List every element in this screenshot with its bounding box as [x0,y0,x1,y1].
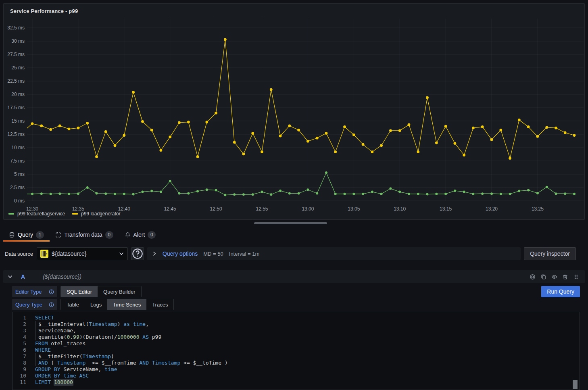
code-line: 11LIMIT 100000 [13,379,580,386]
eye-icon[interactable] [551,274,557,280]
chevron-down-icon[interactable] [7,274,13,279]
code-line: 1SELECT [13,315,580,321]
svg-text:5 ms: 5 ms [14,171,25,177]
tab-badge: 1 [36,231,44,239]
code-line: 10ORDER BY time ASC [13,373,580,379]
info-circle-icon[interactable] [49,302,54,307]
svg-text:10 ms: 10 ms [11,145,25,150]
query-options-toggle[interactable]: Query options MD = 50 Interval = 1m [147,247,521,260]
svg-text:7.5 ms: 7.5 ms [10,158,25,164]
query-type-option-traces[interactable]: Traces [146,299,173,310]
svg-text:25 ms: 25 ms [11,65,25,71]
editor-type-group: SQL EditorQuery Builder [60,286,142,297]
query-options-label: Query options [163,250,198,257]
max-data-points-value: MD = 50 [203,251,223,257]
legend-label: p99 featureflagservice [17,211,65,217]
copy-icon[interactable] [540,274,546,280]
trash-icon[interactable] [562,274,568,280]
code-line: 5FROM otel_traces [13,340,580,347]
code-line: 6WHERE [13,347,580,353]
legend-label: p99 loadgenerator [81,211,120,217]
query-type-option-logs[interactable]: Logs [85,299,107,310]
query-editor-body: Editor Type SQL EditorQuery Builder Run … [3,283,585,390]
datasource-picker[interactable]: ${datasource} [37,247,128,260]
editor-type-row: Editor Type SQL EditorQuery Builder Run … [12,286,580,297]
line-number: 8 [13,360,26,366]
chart-legend: p99 featureflagservicep99 loadgenerator [8,211,121,217]
svg-text:12:50: 12:50 [210,206,222,212]
database-icon [9,232,15,238]
chevron-down-icon [119,251,124,257]
datasource-label: Data source [5,251,33,257]
datasource-row: Data source ${datasource} Query options … [5,247,576,260]
svg-text:12:45: 12:45 [164,206,176,212]
editor-type-option-query-builder[interactable]: Query Builder [98,286,141,297]
editor-type-option-sql-editor[interactable]: SQL Editor [61,286,98,297]
sql-code-editor[interactable]: 1SELECT2$__timeInterval(Timestamp) as ti… [12,312,580,390]
horizontal-scrollbar-thumb[interactable] [254,222,327,224]
clickhouse-logo-icon [40,250,48,258]
svg-text:20 ms: 20 ms [11,92,25,97]
tab-badge: 0 [148,231,156,239]
svg-text:13:15: 13:15 [440,206,452,212]
bell-icon [125,232,131,238]
run-query-button[interactable]: Run Query [541,286,580,297]
query-type-row: Query Type TableLogsTime SeriesTraces [12,299,580,310]
info-circle-icon[interactable] [49,289,54,294]
record-circle-icon[interactable] [530,274,536,280]
question-circle-icon[interactable] [131,247,144,260]
code-line: 8AND ( Timestamp >= $__fromTime AND Time… [13,360,580,366]
legend-swatch [8,213,14,215]
svg-text:0 ms: 0 ms [14,198,25,204]
transform-icon [55,232,61,238]
code-line: 4quantile(0.99)(Duration)/1000000 AS p99 [13,334,580,340]
line-number: 4 [13,334,26,340]
svg-text:12:55: 12:55 [256,206,268,212]
legend-swatch [72,213,78,215]
tab-label: Query [18,231,33,238]
editor-scrollbar-thumb[interactable] [573,380,578,389]
query-type-label: Query Type [12,299,57,310]
query-type-option-time-series[interactable]: Time Series [107,299,146,310]
svg-text:27.5 ms: 27.5 ms [7,52,25,57]
line-number: 9 [13,366,26,373]
query-type-group: TableLogsTime SeriesTraces [60,299,174,310]
tab-label: Alert [133,231,145,238]
line-number: 6 [13,347,26,353]
line-number: 5 [13,340,26,347]
svg-text:22.5 ms: 22.5 ms [7,78,25,84]
code-line: 3ServiceName, [13,327,580,334]
datasource-value: ${datasource} [52,250,115,257]
chart-canvas[interactable]: 0 ms2.5 ms5 ms7.5 ms10 ms12.5 ms15 ms17.… [4,4,584,213]
query-row-header[interactable]: A (${datasource}) [3,270,585,283]
tab-alert[interactable]: Alert0 [119,228,162,242]
code-line: 9GROUP BY ServiceName, time [13,366,580,373]
code-line: 7$__timeFilter(Timestamp) [13,353,580,360]
query-datasource-hint: (${datasource}) [43,273,81,280]
query-type-option-table[interactable]: Table [61,299,85,310]
svg-text:12.5 ms: 12.5 ms [7,131,25,137]
line-number: 2 [13,321,26,327]
editor-type-label: Editor Type [12,286,57,297]
panel-title: Service Performance - p99 [10,8,78,14]
query-inspector-button[interactable]: Query inspector [524,247,576,260]
timeseries-panel: 0 ms2.5 ms5 ms7.5 ms10 ms12.5 ms15 ms17.… [3,3,585,220]
line-number: 3 [13,327,26,334]
legend-item[interactable]: p99 loadgenerator [72,211,120,217]
svg-text:13:25: 13:25 [532,206,544,212]
svg-text:13:05: 13:05 [348,206,360,212]
svg-text:15 ms: 15 ms [11,118,25,124]
line-number: 1 [13,315,26,321]
tab-transform-data[interactable]: Transform data0 [50,228,119,242]
svg-text:13:00: 13:00 [302,206,314,212]
svg-text:30 ms: 30 ms [11,38,25,44]
svg-text:13:10: 13:10 [394,206,406,212]
tab-query[interactable]: Query1 [3,228,50,242]
legend-item[interactable]: p99 featureflagservice [8,211,65,217]
tab-label: Transform data [64,231,102,238]
svg-text:17.5 ms: 17.5 ms [7,105,25,111]
drag-handle-icon[interactable] [573,274,579,280]
line-number: 10 [13,373,26,379]
svg-text:2.5 ms: 2.5 ms [10,185,25,190]
line-number: 7 [13,353,26,360]
